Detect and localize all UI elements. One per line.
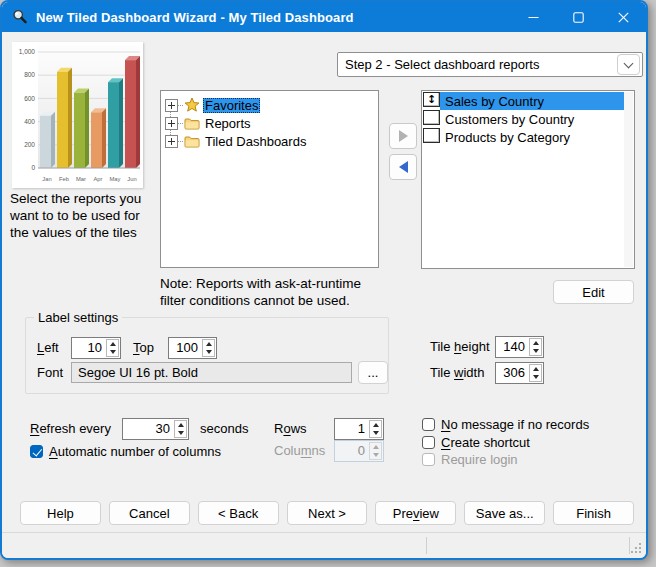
- font-field: Segoe UI 16 pt. Bold: [71, 362, 352, 383]
- drag-handle-empty[interactable]: [423, 128, 440, 143]
- checkbox-unchecked-icon[interactable]: [422, 436, 435, 449]
- folder-icon: [184, 134, 200, 149]
- statusbar: [2, 532, 646, 558]
- move-left-button[interactable]: [389, 154, 417, 180]
- report-row-customers-by-country[interactable]: Customers by Country: [422, 110, 634, 128]
- top-stepper[interactable]: 100: [168, 337, 217, 359]
- spin-up-icon[interactable]: [530, 339, 541, 347]
- magnifier-app-icon: [12, 9, 28, 25]
- spinner-arrows[interactable]: [369, 420, 382, 438]
- svg-text:1,000: 1,000: [19, 48, 36, 55]
- tile-width-value[interactable]: 306: [496, 363, 528, 383]
- font-browse-button[interactable]: ...: [358, 361, 388, 384]
- move-right-button[interactable]: [389, 123, 417, 149]
- rows-value[interactable]: 1: [335, 419, 368, 439]
- tree-item-label[interactable]: Favorites: [203, 98, 260, 113]
- report-row-products-by-category[interactable]: Products by Category: [422, 128, 634, 146]
- cancel-button[interactable]: Cancel: [109, 501, 190, 525]
- tree-item-label[interactable]: Reports: [203, 116, 253, 131]
- spin-up-icon[interactable]: [107, 340, 118, 348]
- spin-down-icon[interactable]: [175, 429, 186, 437]
- refresh-value[interactable]: 30: [123, 419, 173, 439]
- minimize-button[interactable]: [511, 2, 556, 32]
- spin-down-icon[interactable]: [530, 347, 541, 355]
- help-button[interactable]: Help: [20, 501, 101, 525]
- tree-item-favorites[interactable]: Favorites: [161, 96, 378, 114]
- spin-down-icon[interactable]: [203, 348, 214, 356]
- titlebar[interactable]: New Tiled Dashboard Wizard - My Tiled Da…: [2, 2, 646, 32]
- spinner-arrows: [369, 442, 382, 460]
- auto-columns-checkbox-row[interactable]: Automatic number of columns: [30, 443, 221, 460]
- auto-columns-label: Automatic number of columns: [49, 444, 221, 459]
- finish-button[interactable]: Finish: [553, 501, 634, 525]
- spin-up-icon[interactable]: [175, 421, 186, 429]
- star-icon: [184, 97, 200, 113]
- save-as-button[interactable]: Save as...: [464, 501, 545, 525]
- tree-item-reports[interactable]: Reports: [161, 114, 378, 132]
- create-shortcut-label: Create shortcut: [441, 435, 530, 450]
- refresh-stepper[interactable]: 30: [122, 418, 189, 440]
- spin-down-icon[interactable]: [370, 429, 381, 437]
- require-login-checkbox-row: Require login: [422, 451, 518, 468]
- maximize-button[interactable]: [556, 2, 601, 32]
- left-stepper[interactable]: 10: [71, 337, 121, 359]
- minimize-icon: [528, 12, 539, 23]
- report-row-label[interactable]: Sales by Country: [440, 92, 624, 110]
- spin-down-icon[interactable]: [107, 348, 118, 356]
- expand-plus-icon[interactable]: [165, 135, 178, 148]
- spin-down-icon[interactable]: [530, 373, 541, 381]
- report-row-label[interactable]: Customers by Country: [440, 110, 624, 128]
- tile-height-stepper[interactable]: 140: [495, 336, 544, 358]
- tile-height-value[interactable]: 140: [496, 337, 528, 357]
- spinner-arrows[interactable]: [529, 338, 542, 356]
- list-scrollbar[interactable]: [624, 92, 633, 267]
- spinner-arrows[interactable]: [202, 339, 215, 357]
- close-button[interactable]: [601, 2, 646, 32]
- combo-dropdown-button[interactable]: [617, 54, 640, 75]
- report-row-label[interactable]: Products by Category: [440, 128, 624, 146]
- svg-text:Apr: Apr: [93, 176, 102, 182]
- left-value[interactable]: 10: [72, 338, 105, 358]
- no-message-checkbox-row[interactable]: No message if no records: [422, 416, 589, 433]
- spin-up-icon[interactable]: [530, 365, 541, 373]
- columns-label: Columns: [274, 440, 325, 462]
- drag-handle-empty[interactable]: [423, 110, 440, 125]
- svg-text:600: 600: [24, 95, 35, 102]
- resize-grip[interactable]: [631, 543, 642, 554]
- step-selector[interactable]: Step 2 - Select dashboard reports: [337, 52, 643, 77]
- back-button[interactable]: < Back: [198, 501, 279, 525]
- tile-width-label: Tile width: [430, 362, 484, 384]
- checkbox-checked-icon[interactable]: [30, 445, 43, 458]
- preview-button[interactable]: Preview: [375, 501, 456, 525]
- checkbox-unchecked-icon[interactable]: [422, 418, 435, 431]
- drag-handle-icon[interactable]: ↕: [423, 92, 440, 107]
- runtime-note-line1: Note: Reports with ask-at-runtime: [160, 275, 361, 292]
- svg-text:Mar: Mar: [76, 176, 86, 182]
- report-tree[interactable]: Favorites Reports: [160, 90, 379, 268]
- expand-plus-icon[interactable]: [165, 117, 178, 130]
- spin-up-icon[interactable]: [370, 421, 381, 429]
- window-controls: [511, 2, 646, 32]
- tile-height-label: Tile height: [430, 336, 490, 358]
- runtime-note: Note: Reports with ask-at-runtime filter…: [160, 275, 361, 309]
- wizard-window: New Tiled Dashboard Wizard - My Tiled Da…: [0, 0, 648, 560]
- create-shortcut-checkbox-row[interactable]: Create shortcut: [422, 434, 530, 451]
- edit-button[interactable]: Edit: [553, 280, 634, 304]
- svg-text:0: 0: [31, 164, 35, 171]
- spin-up-icon[interactable]: [203, 340, 214, 348]
- tile-width-stepper[interactable]: 306: [495, 362, 544, 384]
- tree-item-label[interactable]: Tiled Dashboards: [203, 134, 308, 149]
- selected-reports-list[interactable]: ↕ Sales by Country Customers by Country …: [421, 90, 635, 269]
- rows-stepper[interactable]: 1: [334, 418, 384, 440]
- spinner-arrows[interactable]: [174, 420, 187, 438]
- expand-plus-icon[interactable]: [165, 99, 178, 112]
- close-icon: [618, 12, 629, 23]
- checkbox-disabled-icon: [422, 453, 435, 466]
- top-value[interactable]: 100: [169, 338, 201, 358]
- spinner-arrows[interactable]: [106, 339, 119, 357]
- spinner-arrows[interactable]: [529, 364, 542, 382]
- tree-item-tiled-dashboards[interactable]: Tiled Dashboards: [161, 132, 378, 150]
- statusbar-separator: [426, 537, 427, 554]
- report-row-sales-by-country[interactable]: ↕ Sales by Country: [422, 92, 634, 110]
- next-button[interactable]: Next >: [287, 501, 368, 525]
